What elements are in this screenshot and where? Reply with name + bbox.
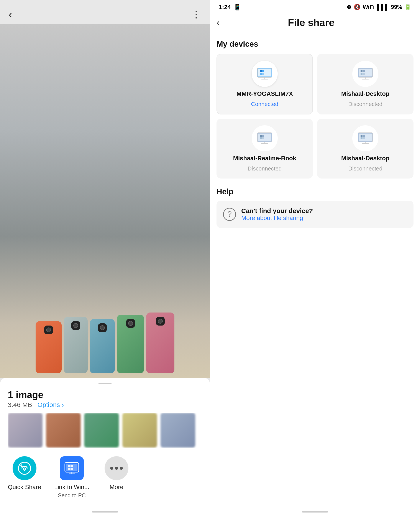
- phone-5: [146, 313, 174, 373]
- quick-share-svg: [18, 461, 31, 475]
- left-more-button[interactable]: ⋮: [191, 9, 201, 20]
- svg-rect-25: [362, 79, 369, 79]
- quick-share-label: Quick Share: [8, 483, 41, 491]
- help-card-title: Can't find your device?: [241, 207, 313, 215]
- phone-camera-4: [126, 319, 135, 328]
- device-card-3[interactable]: Mishaal-Desktop Disconnected: [317, 119, 413, 178]
- device-icon-wrap-2: [252, 125, 278, 151]
- svg-point-1: [24, 470, 25, 471]
- svg-rect-17: [261, 79, 268, 79]
- image-meta: 3.46 MB Options ›: [8, 401, 202, 408]
- device-icon-0: [257, 68, 272, 80]
- svg-rect-15: [262, 73, 264, 75]
- devices-grid: MMR-YOGASLIM7X Connected: [217, 54, 413, 178]
- device-card-0[interactable]: MMR-YOGASLIM7X Connected: [217, 54, 313, 115]
- phone-1: [36, 321, 62, 373]
- link-to-win-label: Link to Win...: [54, 483, 89, 491]
- phone-camera-2: [71, 321, 80, 330]
- svg-rect-20: [360, 70, 362, 72]
- help-icon: ?: [223, 208, 236, 221]
- options-link[interactable]: Options ›: [38, 401, 64, 408]
- phone-4: [117, 315, 144, 373]
- device-card-1[interactable]: Mishaal-Desktop Disconnected: [317, 54, 413, 115]
- link-to-win-svg: [64, 462, 80, 475]
- left-back-button[interactable]: ‹: [9, 9, 12, 20]
- svg-rect-6: [68, 465, 70, 467]
- device-status-0: Connected: [251, 101, 278, 108]
- device-name-3: Mishaal-Desktop: [341, 155, 390, 162]
- svg-rect-29: [262, 135, 264, 137]
- more-dots: [110, 467, 123, 470]
- device-name-2: Mishaal-Realme-Book: [233, 155, 296, 162]
- link-to-win-option[interactable]: Link to Win... Send to PC: [54, 456, 89, 499]
- phone-3: [90, 319, 115, 373]
- device-icon-2: [257, 132, 272, 144]
- svg-rect-36: [360, 135, 362, 137]
- more-about-file-sharing-link[interactable]: More about file sharing: [241, 215, 313, 222]
- status-icon-phone: 📱: [233, 3, 241, 11]
- thumbnail-1[interactable]: [8, 413, 43, 447]
- svg-rect-21: [363, 70, 365, 72]
- thumbnail-5[interactable]: [161, 413, 195, 447]
- right-bottom-indicator: [302, 511, 328, 513]
- image-info: 1 image 3.46 MB Options ›: [8, 389, 202, 408]
- right-bottom-bar: [210, 507, 420, 516]
- phone-2: [64, 317, 88, 373]
- svg-rect-7: [70, 465, 73, 467]
- quick-share-option[interactable]: Quick Share: [8, 456, 41, 491]
- help-text-block: Can't find your device? More about file …: [241, 207, 313, 222]
- device-name-0: MMR-YOGASLIM7X: [236, 90, 293, 97]
- device-icon-3: [358, 132, 373, 144]
- thumbnail-4[interactable]: [122, 413, 157, 447]
- image-size: 3.46 MB: [8, 401, 32, 408]
- svg-rect-22: [360, 73, 362, 75]
- dot-2: [115, 467, 118, 470]
- device-icon-1: [358, 68, 373, 80]
- thumbnail-3[interactable]: [84, 413, 119, 447]
- left-bottom-indicator: [92, 511, 118, 513]
- svg-rect-8: [68, 468, 70, 470]
- more-icon: [105, 456, 128, 480]
- device-card-2[interactable]: Mishaal-Realme-Book Disconnected: [217, 119, 313, 178]
- left-bottom-bar: [0, 507, 210, 516]
- help-section: Help ? Can't find your device? More abou…: [217, 187, 413, 235]
- my-devices-title: My devices: [217, 39, 413, 49]
- dot-3: [120, 467, 123, 470]
- more-label: More: [110, 483, 123, 491]
- help-title: Help: [217, 187, 413, 196]
- svg-rect-38: [360, 137, 362, 139]
- battery-text: 99%: [391, 4, 402, 10]
- phone-camera-3: [98, 323, 107, 332]
- link-to-win-icon: [60, 456, 84, 480]
- left-top-bar: ‹ ⋮: [0, 0, 210, 24]
- signal-icon: ▌▌▌: [377, 4, 389, 10]
- sheet-handle: [98, 383, 112, 384]
- device-status-3: Disconnected: [348, 165, 382, 172]
- svg-rect-13: [262, 70, 264, 72]
- thumbnail-2[interactable]: [46, 413, 81, 447]
- svg-rect-31: [262, 137, 264, 139]
- status-time: 1:24: [219, 4, 231, 11]
- device-icon-wrap-0: [252, 61, 278, 87]
- device-icon-wrap-3: [352, 125, 378, 151]
- svg-rect-37: [363, 135, 365, 137]
- svg-rect-39: [363, 137, 365, 139]
- right-panel: 1:24 📱 ⊛ 🔇 WiFi ▌▌▌ 99% 🔋 ‹ File share M…: [210, 0, 420, 516]
- right-back-button[interactable]: ‹: [217, 17, 220, 28]
- bluetooth-icon: ⊛: [347, 4, 352, 10]
- svg-rect-9: [70, 468, 73, 470]
- wifi-icon: WiFi: [363, 4, 375, 10]
- status-right: ⊛ 🔇 WiFi ▌▌▌ 99% 🔋: [347, 4, 411, 10]
- phone-group: [36, 94, 174, 373]
- battery-icon: 🔋: [404, 4, 411, 10]
- more-option[interactable]: More: [102, 456, 131, 491]
- status-left: 1:24 📱: [219, 3, 241, 11]
- device-icon-wrap-1: [352, 61, 378, 87]
- phone-camera-1: [44, 325, 53, 334]
- quick-share-icon: [13, 456, 37, 480]
- svg-rect-30: [260, 137, 262, 139]
- link-to-win-sublabel: Send to PC: [58, 492, 86, 499]
- phones-photo: [0, 24, 210, 378]
- svg-rect-33: [261, 143, 268, 144]
- help-card: ? Can't find your device? More about fil…: [217, 201, 413, 228]
